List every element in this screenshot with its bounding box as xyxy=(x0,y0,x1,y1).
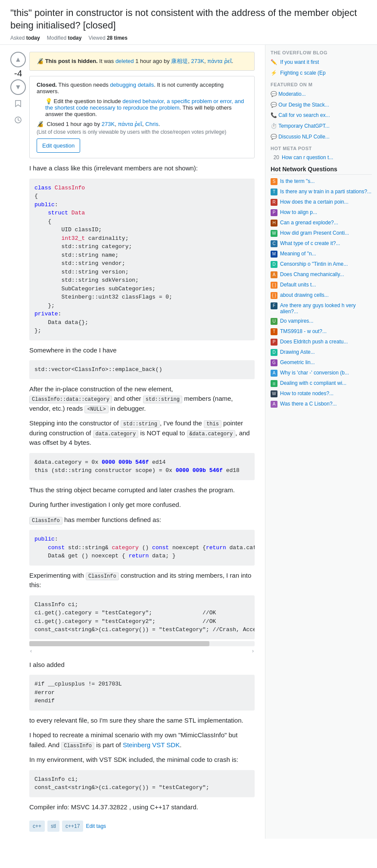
site-icon-ask-19: A xyxy=(271,370,277,377)
hot-net-link-6[interactable]: How did gram Present Conti... xyxy=(280,230,349,236)
para7: Experimenting with ClassInfo constructio… xyxy=(29,571,255,590)
inline-7: &data.category xyxy=(187,430,236,438)
question-meta: Asked today Modified today Viewed 28 tim… xyxy=(10,35,367,41)
hot-net-22: A Was there a C Lisbon?... xyxy=(271,401,372,408)
bookmark-button[interactable] xyxy=(10,96,26,111)
scroll-right-arrow[interactable]: › xyxy=(252,647,254,655)
upvote-button[interactable]: ▲ xyxy=(10,52,26,67)
downvote-button[interactable]: ▼ xyxy=(10,79,26,95)
hot-net-link-18[interactable]: Geometric lin... xyxy=(280,359,315,365)
hot-meta-link-1[interactable]: How can r question t... xyxy=(282,154,333,160)
inline-6: data.category xyxy=(93,430,139,438)
hidden-title: This post is hidden. xyxy=(45,58,98,64)
hidden-notice: 🔏 This post is hidden. It was deleted 1 … xyxy=(29,52,255,71)
overflow-link-2[interactable]: Fighting c scale (Ep xyxy=(280,70,325,76)
hot-net-link-5[interactable]: Can a grenad explode?... xyxy=(280,220,338,226)
debugging-details-link[interactable]: debugging details xyxy=(110,82,154,88)
closed-edit-icon: 🔏 xyxy=(37,121,44,127)
closed-user-3[interactable]: Chris xyxy=(145,121,158,127)
feat-link-3[interactable]: Call for vo search ex... xyxy=(278,112,330,118)
para10: I hoped to recreate a minimal scenario w… xyxy=(29,730,255,750)
hot-net-link-21[interactable]: How to rotate nodes?... xyxy=(280,390,333,396)
close-user-2[interactable]: 273K xyxy=(191,58,204,64)
hot-net-3: R How does the a certain poin... xyxy=(271,199,372,206)
hot-net-link-2[interactable]: Is there any w train in a parti stations… xyxy=(280,189,371,195)
hot-net-link-15[interactable]: TMS9918 - w out?... xyxy=(280,328,327,334)
hot-net-link-22[interactable]: Was there a C Lisbon?... xyxy=(280,401,337,407)
edit-tags-link[interactable]: Edit tags xyxy=(86,822,106,830)
hot-net-link-12[interactable]: about drawing cells... xyxy=(280,292,329,298)
code-block-6: #if __cplusplus != 201703L #error #endif xyxy=(29,675,255,711)
main-layout: ▲ -4 ▼ xyxy=(0,45,377,839)
scroll-container[interactable]: ClassInfo ci; ci.get().category = "testC… xyxy=(29,595,255,655)
close-user-3[interactable]: πάντα ῥεῖ xyxy=(207,58,232,64)
feat-icon-4: ⏱️ xyxy=(271,123,278,129)
closed-user-1[interactable]: 273K xyxy=(102,121,115,127)
hot-net-link-4[interactable]: How to align p... xyxy=(280,209,317,215)
hot-net-link-11[interactable]: Default units t... xyxy=(280,282,316,288)
site-icon-cg-18: G xyxy=(271,359,277,366)
inline-4: std::string xyxy=(121,420,160,428)
history-button[interactable] xyxy=(10,112,26,128)
hot-net-link-7[interactable]: What type of c create it?... xyxy=(280,240,340,246)
hot-net-6: W How did gram Present Conti... xyxy=(271,230,372,237)
site-icon-ph-4: P xyxy=(271,209,277,216)
intro-text: I have a class like this (irrelevant mem… xyxy=(29,164,255,173)
hot-net-link-10[interactable]: Does Chang mechanically... xyxy=(280,271,344,277)
privilege-note: (List of close voters is only viewable b… xyxy=(37,129,247,135)
inline-3: <NULL> xyxy=(84,406,108,413)
site-icon-so-1: S xyxy=(271,178,277,185)
code-block-1: class ClassInfo { public: struct Data { … xyxy=(29,179,255,340)
hot-net-link-9[interactable]: Censorship o "Tintin in Ame... xyxy=(280,261,348,267)
tag-stl[interactable]: stl xyxy=(47,821,59,832)
site-icon-su-14: U xyxy=(271,318,277,325)
close-user-1[interactable]: 康相堤 xyxy=(171,58,188,64)
site-icon-arc-10: A xyxy=(271,271,277,278)
feat-link-2[interactable]: Our Desig the Stack... xyxy=(278,102,329,108)
feat-icon-1: 💬 xyxy=(271,91,278,97)
code-block-2: std::vector<ClassInfo>::emplace_back() xyxy=(29,360,255,379)
feat-link-5[interactable]: Discussio NLP Colle... xyxy=(278,134,330,140)
hot-net-link-20[interactable]: Dealing with c compliant wi... xyxy=(280,380,346,386)
para8: I also added xyxy=(29,660,255,670)
scroll-thumb[interactable] xyxy=(29,641,209,646)
site-icon-tms-15: T xyxy=(271,328,277,335)
steinberg-link[interactable]: Steinberg VST SDK xyxy=(123,741,180,748)
hot-net-link-13[interactable]: Are there any guys looked h very alien?.… xyxy=(280,302,372,314)
hot-net-1: S Is the term "s... xyxy=(271,178,372,185)
feat-link-1[interactable]: Moderatio... xyxy=(278,91,305,97)
para6: ClassInfo has member functions defined a… xyxy=(29,515,255,525)
meta-modified: Modified today xyxy=(47,35,82,41)
meta-viewed: Viewed 28 times xyxy=(88,35,128,41)
feat-link-4[interactable]: Temporary ChatGPT... xyxy=(278,123,330,129)
edit-question-button[interactable]: Edit question xyxy=(37,138,80,153)
code-block-3: &data.category = 0x 0000 009b 546f ed14 … xyxy=(29,453,255,480)
site-icon-pf-16: P xyxy=(271,339,277,346)
hot-net-link-3[interactable]: How does the a certain poin... xyxy=(280,199,349,205)
desired-behavior-link[interactable]: desired behavior, a specific problem or … xyxy=(45,98,244,111)
featured-item-4: ⏱️ Temporary ChatGPT... xyxy=(271,123,372,130)
hot-net-link-14[interactable]: Do vampires... xyxy=(280,318,313,324)
deleted-link[interactable]: deleted xyxy=(115,58,134,64)
hot-net-4: P How to align p... xyxy=(271,209,372,216)
vote-count: -4 xyxy=(14,68,22,79)
scroll-left-arrow[interactable]: ‹ xyxy=(30,647,32,655)
tag-cpp[interactable]: c++ xyxy=(29,821,45,832)
featured-section: Featured on M 💬 Moderatio... 💬 Our Desig… xyxy=(271,82,372,141)
hot-meta-count-1: 20 xyxy=(271,154,279,160)
overflow-link-1[interactable]: If you want it first xyxy=(280,59,319,65)
closed-user-2[interactable]: πάντα ῥεῖ xyxy=(118,121,142,127)
hot-net-8: M Meaning of "n... xyxy=(271,251,372,258)
hot-net-link-17[interactable]: Drawing Aste... xyxy=(280,349,315,355)
notice-bullet: 💡 Edit the question to include desired b… xyxy=(45,98,247,117)
tag-cpp17[interactable]: c++17 xyxy=(62,821,83,832)
hot-net-link-8[interactable]: Meaning of "n... xyxy=(280,251,316,257)
hot-net-link-19[interactable]: Why is 'char -' conversion (b... xyxy=(280,370,349,376)
hot-net-link-16[interactable]: Does Eldritch push a creatu... xyxy=(280,339,348,345)
hot-meta-item-1: 20 How can r question t... xyxy=(271,154,372,160)
hot-network-section: Hot Network Questions S Is the term "s..… xyxy=(271,166,372,408)
code-block-4: public: const std::string& category () c… xyxy=(29,530,255,566)
site-icon-world-6: W xyxy=(271,230,277,237)
hot-net-link-1[interactable]: Is the term "s... xyxy=(280,178,315,184)
para9: to every relevant file, so I'm sure they… xyxy=(29,716,255,726)
